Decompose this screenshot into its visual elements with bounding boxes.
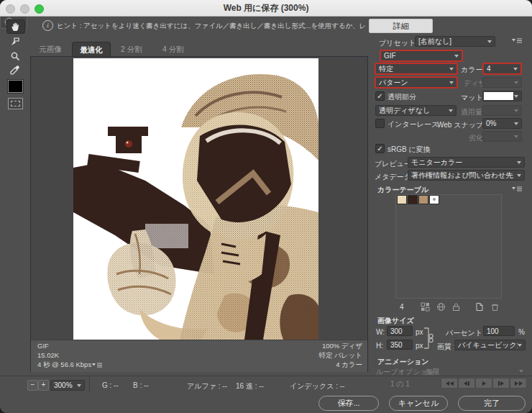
color-count: 4 — [400, 303, 404, 311]
first-frame-button[interactable] — [441, 378, 458, 389]
color-swatch-4[interactable] — [429, 195, 439, 204]
chevron-down-icon — [449, 81, 454, 84]
play-button[interactable] — [475, 378, 492, 389]
minimize-window-button[interactable] — [20, 4, 29, 14]
interlace-checkbox[interactable] — [375, 119, 385, 128]
step-forward-icon — [500, 381, 504, 386]
slice-select-tool-button[interactable] — [6, 35, 24, 48]
chevron-down-icon — [514, 135, 518, 138]
chevron-down-icon — [514, 81, 518, 84]
dither-method-dropdown[interactable]: パターン — [375, 76, 458, 88]
zoom-level-dropdown[interactable]: 300% — [50, 380, 85, 391]
color-swatch-3[interactable] — [418, 195, 428, 204]
width-unit: px — [416, 328, 423, 336]
height-unit: px — [416, 342, 423, 350]
snap-to-web-palette-icon[interactable] — [421, 302, 430, 312]
status-filesize: 15.02K — [37, 351, 59, 359]
status-palette: 特定 パレット — [305, 351, 362, 360]
preview-mode-dropdown[interactable]: モニターカラー — [408, 157, 525, 168]
image-size-title: 画像サイズ — [377, 316, 414, 326]
srgb-checkbox[interactable]: ✓ — [375, 144, 385, 153]
swatch-marker-icon — [433, 198, 436, 201]
delete-color-icon[interactable] — [490, 302, 500, 312]
check-icon: ✓ — [377, 145, 382, 153]
color-table[interactable] — [395, 194, 502, 299]
palette-dropdown[interactable]: 特定 — [375, 63, 458, 75]
percent-unit: % — [518, 328, 525, 336]
websnap-dropdown[interactable]: 0% — [482, 118, 522, 129]
web-shift-icon[interactable] — [436, 302, 446, 312]
chevron-down-icon — [454, 55, 459, 58]
animation-title: アニメーション — [377, 357, 428, 367]
step-back-icon — [464, 381, 467, 386]
format-dropdown[interactable]: GIF — [380, 50, 463, 62]
toggle-slices-button[interactable] — [8, 98, 23, 109]
height-input[interactable]: 350 — [387, 340, 413, 350]
next-frame-button[interactable] — [492, 378, 510, 389]
step-back-icon — [468, 381, 469, 386]
matte-color-swatch — [484, 92, 513, 100]
zoom-out-button[interactable]: − — [27, 380, 38, 391]
colors-dropdown[interactable]: 4 — [482, 63, 522, 75]
preset-menu-icon[interactable] — [512, 38, 522, 45]
step-forward-icon — [498, 381, 500, 386]
previous-frame-button[interactable] — [458, 378, 475, 389]
last-frame-button[interactable] — [510, 378, 527, 389]
percent-input[interactable]: 100 — [483, 326, 515, 336]
preset-dropdown[interactable]: [名前なし] — [415, 36, 495, 47]
skip-end-icon — [519, 381, 523, 386]
eyedropper-color-swatch[interactable] — [8, 80, 23, 93]
magnifier-icon — [10, 51, 20, 61]
matte-dropdown[interactable] — [482, 91, 522, 101]
quality-dropdown[interactable]: バイキュービック法 — [454, 340, 526, 350]
chevron-down-icon — [487, 40, 492, 43]
eyedropper-icon — [10, 65, 20, 75]
hand-icon — [11, 22, 21, 32]
close-window-button[interactable] — [6, 4, 15, 14]
hand-tool-button[interactable] — [6, 19, 25, 34]
preview-image[interactable] — [73, 58, 318, 340]
lossy-dropdown — [482, 131, 522, 142]
srgb-label: sRGB に変換 — [387, 145, 431, 155]
color-swatch-2[interactable] — [408, 195, 418, 204]
chevron-down-icon — [519, 370, 523, 373]
width-input[interactable]: 300 — [387, 326, 413, 336]
save-button[interactable]: 保存... — [318, 396, 379, 411]
chevron-down-icon — [518, 344, 522, 347]
readout-blue: B : -- — [133, 381, 149, 389]
zoom-in-button[interactable]: + — [38, 380, 49, 391]
link-dimensions-icon[interactable] — [423, 327, 434, 350]
titlebar: Web 用に保存 (300%) — [0, 0, 532, 17]
tab-2up[interactable]: 2 分割 — [112, 42, 151, 56]
new-color-icon[interactable] — [474, 302, 484, 312]
zoom-window-button[interactable] — [35, 4, 44, 14]
lock-color-icon[interactable] — [451, 302, 461, 312]
chevron-down-icon — [514, 109, 518, 112]
chevron-down-icon — [77, 384, 81, 387]
tab-optimized[interactable]: 最適化 — [72, 42, 111, 57]
download-speed-menu-icon[interactable] — [92, 363, 102, 369]
details-button[interactable]: 詳細 — [369, 19, 433, 33]
status-format: GIF — [37, 342, 49, 350]
transparency-checkbox[interactable]: ✓ — [375, 91, 385, 101]
zoom-tool-button[interactable] — [6, 50, 24, 63]
chevron-down-icon — [517, 161, 521, 164]
info-icon: i — [42, 20, 53, 31]
save-for-web-dialog: Web 用に保存 (300%) i ヒント : アセットをより速く書き出すには、… — [0, 0, 532, 413]
color-table-menu-icon[interactable] — [512, 186, 522, 193]
eyedropper-tool-button[interactable] — [6, 63, 24, 76]
interlace-label: インターレース — [387, 119, 439, 130]
tab-4up[interactable]: 4 分割 — [154, 42, 193, 56]
skip-start-icon — [450, 381, 454, 386]
metadata-dropdown[interactable]: 著作権情報および問い合わせ先 — [408, 170, 525, 181]
play-icon — [482, 381, 486, 386]
chevron-down-icon — [517, 174, 521, 177]
color-swatch-1[interactable] — [397, 195, 407, 204]
tab-original[interactable]: 元画像 — [32, 42, 69, 56]
status-download-time[interactable]: 4 秒 @ 56.6 Kbps — [37, 360, 91, 370]
cancel-button[interactable]: キャンセル — [389, 396, 448, 411]
transparency-dither-dropdown[interactable]: 透明ディザなし — [375, 105, 457, 116]
status-dither: 100% ディザ — [305, 342, 362, 351]
frame-counter: 1 の 1 — [390, 379, 410, 389]
done-button[interactable]: 完了 — [458, 396, 526, 411]
